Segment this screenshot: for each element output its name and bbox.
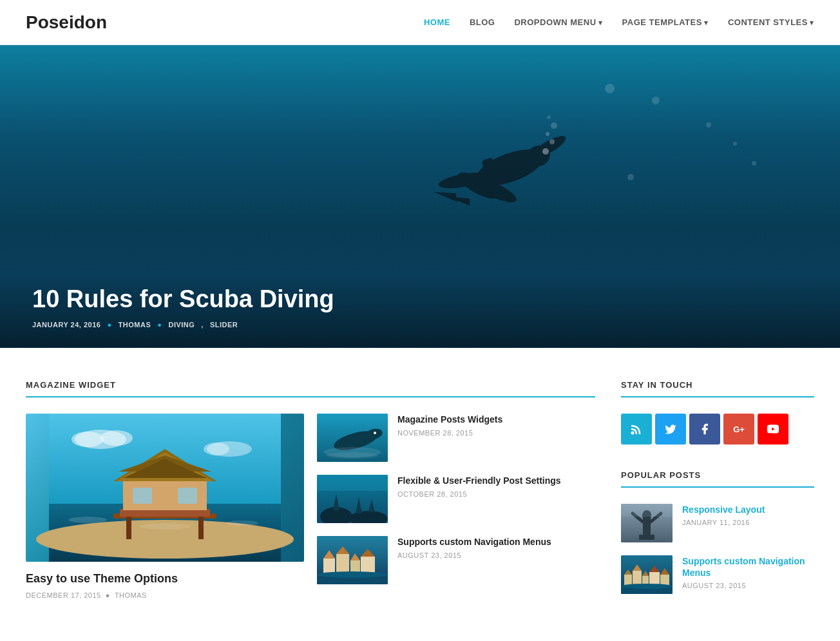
post-thumbnail-1 [317,414,388,462]
post-info-1: Magazine Posts Widgets NOVEMBER 28, 2015 [397,414,502,437]
svg-rect-26 [133,488,152,504]
post-thumbnail-2 [317,475,388,523]
post-info-2: Flexible & User-Friendly Post Settings O… [397,475,561,498]
nav-home[interactable]: HOME [424,17,450,27]
magazine-featured-post: Easy to use Theme Options DECEMBER 17, 2… [26,414,304,610]
post-title-2[interactable]: Flexible & User-Friendly Post Settings [397,475,561,486]
svg-point-61 [631,432,635,435]
svg-point-33 [100,430,133,446]
svg-point-32 [72,432,104,447]
svg-rect-49 [317,475,388,491]
nav-blog[interactable]: BLOG [470,17,495,27]
nav-content-styles[interactable]: CONTENT STYLES [728,17,814,27]
list-item: Responsive Layout JANUARY 11, 2016 [621,504,814,542]
village2-illustration [621,555,673,594]
site-logo[interactable]: Poseidon [26,12,107,33]
hero-category-slider[interactable]: SLIDER [210,321,238,329]
popular-posts-title: POPULAR POSTS [621,470,814,488]
popular-post-title-1[interactable]: Responsive Layout [682,504,765,515]
hero-meta: JANUARY 24, 2016 ● THOMAS ● DIVING , SLI… [32,321,808,329]
hero-section: 10 Rules for Scuba Diving JANUARY 24, 20… [0,45,840,348]
svg-point-12 [551,122,557,129]
stay-in-touch-section: STAY IN TOUCH [621,380,814,445]
popular-post-thumbnail-2 [621,555,673,594]
social-icons-group: G+ [621,414,814,445]
rss-icon[interactable] [621,414,652,445]
content-area: MAGAZINE WIDGET [26,380,595,620]
popular-post-info-2: Supports custom Navigation Menus AUGUST … [682,555,814,589]
popular-posts-section: POPULAR POSTS [621,470,814,594]
bubble-decoration [733,142,737,146]
hero-author[interactable]: THOMAS [119,321,151,329]
youtube-icon[interactable] [758,414,788,445]
popular-post-info-1: Responsive Layout JANUARY 11, 2016 [682,504,765,526]
youtube-svg [767,423,779,435]
bubble-decoration [752,161,756,166]
statue-illustration [621,504,673,542]
twitter-svg [664,423,677,435]
svg-point-42 [327,452,378,459]
hero-date: JANUARY 24, 2016 [32,321,100,329]
popular-post-title-2[interactable]: Supports custom Navigation Menus [682,555,814,579]
svg-point-10 [549,139,555,144]
svg-rect-68 [621,504,673,517]
featured-post-title[interactable]: Easy to use Theme Options [26,571,304,586]
list-item: Flexible & User-Friendly Post Settings O… [317,475,595,523]
facebook-icon[interactable] [689,414,720,445]
twitter-icon[interactable] [655,414,686,445]
post-title-1[interactable]: Magazine Posts Widgets [397,414,502,425]
svg-point-28 [68,517,107,523]
main-container: MAGAZINE WIDGET [0,348,840,641]
post-date-3: AUGUST 23, 2015 [397,551,551,559]
svg-point-30 [139,523,191,530]
svg-point-13 [547,115,551,119]
dolphin-illustration [317,414,388,462]
popular-post-thumbnail-1 [621,504,673,542]
google-plus-icon[interactable]: G+ [723,414,754,445]
list-item: Magazine Posts Widgets NOVEMBER 28, 2015 [317,414,595,462]
meta-comma: , [201,321,204,329]
svg-point-40 [374,432,376,434]
sidebar: STAY IN TOUCH [621,380,814,620]
main-nav: HOME BLOG DROPDOWN MENU PAGE TEMPLATES C… [424,17,814,27]
post-thumbnail-3 [317,536,388,584]
bubble-decoration [706,122,711,128]
facebook-svg [698,423,711,435]
post-date-2: OCTOBER 28, 2015 [397,490,561,498]
google-plus-label: G+ [733,425,745,434]
featured-post-date: DECEMBER 17, 2015 [26,591,101,599]
svg-point-35 [204,443,229,455]
svg-rect-19 [198,513,204,539]
featured-post-image [26,414,304,562]
featured-post-meta: DECEMBER 17, 2015 ● THOMAS [26,591,304,599]
coral-illustration [317,475,388,523]
popular-post-date-1: JANUARY 11, 2016 [682,519,765,526]
popular-post-date-2: AUGUST 23, 2015 [682,582,814,589]
post-date-1: NOVEMBER 28, 2015 [397,429,502,437]
svg-rect-18 [126,513,131,539]
post-title-3[interactable]: Supports custom Navigation Menus [397,536,551,548]
magazine-grid: Easy to use Theme Options DECEMBER 17, 2… [26,414,595,610]
beach-scene-illustration [26,414,304,562]
list-item: Supports custom Navigation Menus AUGUST … [317,536,595,584]
magazine-side-posts: Magazine Posts Widgets NOVEMBER 28, 2015 [317,414,595,584]
featured-post-author: THOMAS [115,591,147,599]
post-info-3: Supports custom Navigation Menus AUGUST … [397,536,551,559]
svg-point-81 [621,584,673,589]
svg-point-60 [317,571,388,578]
hero-overlay: 10 Rules for Scuba Diving JANUARY 24, 20… [0,273,840,348]
village-illustration [317,536,388,584]
svg-rect-67 [639,535,654,540]
hero-title: 10 Rules for Scuba Diving [32,285,808,313]
svg-point-29 [226,521,258,526]
nav-dropdown-menu[interactable]: DROPDOWN MENU [514,17,602,27]
meta-separator: ● [107,321,111,329]
svg-rect-27 [178,488,197,504]
stay-in-touch-title: STAY IN TOUCH [621,380,814,397]
svg-point-11 [546,132,549,136]
magazine-widget-title: MAGAZINE WIDGET [26,380,595,397]
svg-point-9 [542,148,549,155]
hero-category-diving[interactable]: DIVING [168,321,195,329]
nav-page-templates[interactable]: PAGE TEMPLATES [622,17,709,27]
site-header: Poseidon HOME BLOG DROPDOWN MENU PAGE TE… [0,0,840,45]
